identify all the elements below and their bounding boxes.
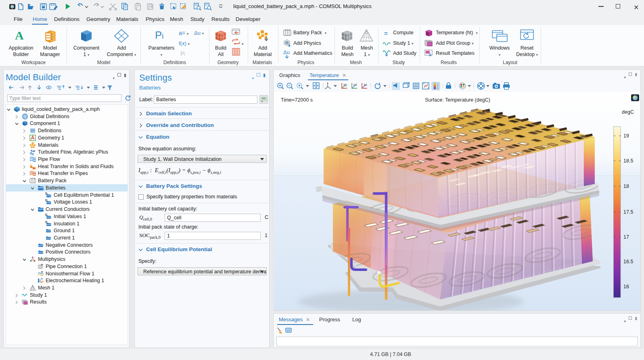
svg-text:xy: xy bbox=[343, 83, 347, 87]
svg-text:yz: yz bbox=[353, 83, 358, 87]
svg-text:16: 16 bbox=[623, 284, 629, 289]
svg-text:18.5: 18.5 bbox=[623, 158, 633, 164]
svg-text:19: 19 bbox=[623, 133, 629, 139]
svg-text:17: 17 bbox=[623, 234, 629, 240]
svg-text:18: 18 bbox=[623, 183, 629, 189]
svg-text:Surface: Temperature (degC): Surface: Temperature (degC) bbox=[425, 97, 490, 103]
svg-text:degC: degC bbox=[622, 109, 634, 115]
svg-text:17.5: 17.5 bbox=[623, 209, 633, 215]
svg-text:xz: xz bbox=[364, 83, 368, 87]
svg-text:16.5: 16.5 bbox=[623, 259, 633, 264]
svg-text:Time=72000 s: Time=72000 s bbox=[281, 97, 313, 103]
